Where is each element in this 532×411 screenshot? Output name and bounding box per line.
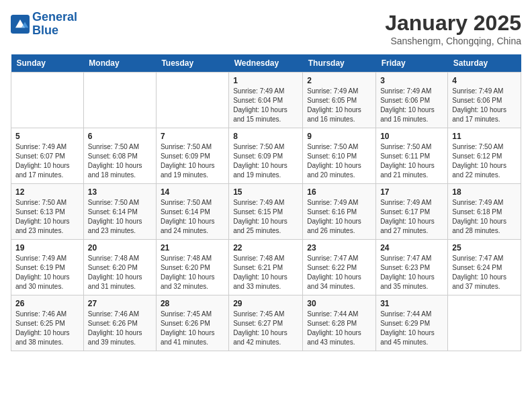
day-info: Sunrise: 7:49 AM Sunset: 6:19 PM Dayligh…	[15, 254, 79, 291]
calendar-cell: 17Sunrise: 7:49 AM Sunset: 6:17 PM Dayli…	[376, 184, 448, 240]
day-number: 6	[88, 132, 152, 141]
day-number: 18	[452, 187, 517, 197]
calendar-cell: 24Sunrise: 7:47 AM Sunset: 6:23 PM Dayli…	[376, 240, 448, 295]
page-header: General Blue January 2025 Sanshengm, Cho…	[11, 11, 521, 46]
day-number: 10	[380, 132, 443, 141]
day-number: 22	[233, 243, 298, 253]
day-of-week-header: Saturday	[448, 54, 521, 73]
day-info: Sunrise: 7:50 AM Sunset: 6:14 PM Dayligh…	[161, 198, 224, 236]
day-info: Sunrise: 7:50 AM Sunset: 6:09 PM Dayligh…	[161, 142, 224, 180]
calendar-week-row: 26Sunrise: 7:46 AM Sunset: 6:25 PM Dayli…	[11, 295, 521, 351]
day-info: Sunrise: 7:49 AM Sunset: 6:05 PM Dayligh…	[307, 87, 371, 124]
calendar-cell: 4Sunrise: 7:49 AM Sunset: 6:06 PM Daylig…	[448, 73, 521, 128]
day-number: 12	[15, 187, 79, 197]
calendar-cell: 7Sunrise: 7:50 AM Sunset: 6:09 PM Daylig…	[156, 128, 228, 184]
day-number: 16	[307, 187, 371, 197]
logo-text: General Blue	[32, 11, 77, 38]
calendar-week-row: 5Sunrise: 7:49 AM Sunset: 6:07 PM Daylig…	[11, 128, 521, 184]
calendar-cell: 22Sunrise: 7:48 AM Sunset: 6:21 PM Dayli…	[229, 240, 303, 295]
day-number: 20	[88, 243, 152, 253]
day-info: Sunrise: 7:47 AM Sunset: 6:24 PM Dayligh…	[452, 254, 517, 291]
calendar-cell: 5Sunrise: 7:49 AM Sunset: 6:07 PM Daylig…	[11, 128, 84, 184]
location-subtitle: Sanshengm, Chongqing, China	[385, 36, 521, 46]
day-info: Sunrise: 7:50 AM Sunset: 6:13 PM Dayligh…	[15, 198, 79, 236]
calendar-cell	[11, 73, 84, 128]
day-info: Sunrise: 7:48 AM Sunset: 6:20 PM Dayligh…	[88, 254, 152, 291]
day-info: Sunrise: 7:45 AM Sunset: 6:27 PM Dayligh…	[233, 310, 298, 347]
calendar-cell: 28Sunrise: 7:45 AM Sunset: 6:26 PM Dayli…	[156, 295, 228, 351]
day-number: 21	[161, 243, 224, 253]
day-number: 11	[452, 132, 517, 141]
day-number: 8	[233, 132, 298, 141]
day-number: 30	[307, 299, 371, 308]
calendar-cell: 6Sunrise: 7:50 AM Sunset: 6:08 PM Daylig…	[83, 128, 156, 184]
day-info: Sunrise: 7:44 AM Sunset: 6:28 PM Dayligh…	[307, 310, 371, 347]
day-info: Sunrise: 7:49 AM Sunset: 6:15 PM Dayligh…	[233, 198, 298, 236]
day-info: Sunrise: 7:47 AM Sunset: 6:23 PM Dayligh…	[380, 254, 443, 291]
day-number: 23	[307, 243, 371, 253]
calendar-cell: 12Sunrise: 7:50 AM Sunset: 6:13 PM Dayli…	[11, 184, 84, 240]
day-info: Sunrise: 7:46 AM Sunset: 6:26 PM Dayligh…	[88, 310, 152, 347]
calendar-cell: 9Sunrise: 7:50 AM Sunset: 6:10 PM Daylig…	[303, 128, 376, 184]
day-number: 15	[233, 187, 298, 197]
calendar-cell: 15Sunrise: 7:49 AM Sunset: 6:15 PM Dayli…	[229, 184, 303, 240]
day-of-week-header: Thursday	[303, 54, 376, 73]
day-info: Sunrise: 7:48 AM Sunset: 6:21 PM Dayligh…	[233, 254, 298, 291]
day-number: 24	[380, 243, 443, 253]
day-number: 7	[161, 132, 224, 141]
calendar-cell: 16Sunrise: 7:49 AM Sunset: 6:16 PM Dayli…	[303, 184, 376, 240]
calendar-header-row: SundayMondayTuesdayWednesdayThursdayFrid…	[11, 54, 521, 73]
logo-line1: General	[32, 10, 77, 24]
calendar-cell: 23Sunrise: 7:47 AM Sunset: 6:22 PM Dayli…	[303, 240, 376, 295]
calendar-cell: 26Sunrise: 7:46 AM Sunset: 6:25 PM Dayli…	[11, 295, 84, 351]
day-info: Sunrise: 7:50 AM Sunset: 6:08 PM Dayligh…	[88, 142, 152, 180]
day-number: 3	[380, 76, 443, 85]
day-of-week-header: Sunday	[11, 54, 84, 73]
calendar-cell	[83, 73, 156, 128]
day-info: Sunrise: 7:50 AM Sunset: 6:12 PM Dayligh…	[452, 142, 517, 180]
calendar-cell: 13Sunrise: 7:50 AM Sunset: 6:14 PM Dayli…	[83, 184, 156, 240]
day-info: Sunrise: 7:49 AM Sunset: 6:07 PM Dayligh…	[15, 142, 79, 180]
day-info: Sunrise: 7:49 AM Sunset: 6:04 PM Dayligh…	[233, 87, 298, 124]
calendar-cell	[156, 73, 228, 128]
calendar-week-row: 19Sunrise: 7:49 AM Sunset: 6:19 PM Dayli…	[11, 240, 521, 295]
calendar-cell: 2Sunrise: 7:49 AM Sunset: 6:05 PM Daylig…	[303, 73, 376, 128]
day-info: Sunrise: 7:49 AM Sunset: 6:16 PM Dayligh…	[307, 198, 371, 236]
calendar-cell: 27Sunrise: 7:46 AM Sunset: 6:26 PM Dayli…	[83, 295, 156, 351]
calendar-cell: 20Sunrise: 7:48 AM Sunset: 6:20 PM Dayli…	[83, 240, 156, 295]
calendar-table: SundayMondayTuesdayWednesdayThursdayFrid…	[11, 54, 521, 351]
day-number: 17	[380, 187, 443, 197]
day-number: 19	[15, 243, 79, 253]
day-number: 27	[88, 299, 152, 308]
day-info: Sunrise: 7:49 AM Sunset: 6:17 PM Dayligh…	[380, 198, 443, 236]
day-number: 13	[88, 187, 152, 197]
calendar-cell: 14Sunrise: 7:50 AM Sunset: 6:14 PM Dayli…	[156, 184, 228, 240]
day-of-week-header: Monday	[83, 54, 156, 73]
day-number: 1	[233, 76, 298, 85]
calendar-cell: 21Sunrise: 7:48 AM Sunset: 6:20 PM Dayli…	[156, 240, 228, 295]
day-number: 28	[161, 299, 224, 308]
calendar-cell	[448, 295, 521, 351]
calendar-cell: 25Sunrise: 7:47 AM Sunset: 6:24 PM Dayli…	[448, 240, 521, 295]
day-number: 5	[15, 132, 79, 141]
day-info: Sunrise: 7:47 AM Sunset: 6:22 PM Dayligh…	[307, 254, 371, 291]
calendar-cell: 8Sunrise: 7:50 AM Sunset: 6:09 PM Daylig…	[229, 128, 303, 184]
calendar-week-row: 12Sunrise: 7:50 AM Sunset: 6:13 PM Dayli…	[11, 184, 521, 240]
day-info: Sunrise: 7:48 AM Sunset: 6:20 PM Dayligh…	[161, 254, 224, 291]
calendar-cell: 11Sunrise: 7:50 AM Sunset: 6:12 PM Dayli…	[448, 128, 521, 184]
day-info: Sunrise: 7:50 AM Sunset: 6:10 PM Dayligh…	[307, 142, 371, 180]
day-number: 29	[233, 299, 298, 308]
day-info: Sunrise: 7:49 AM Sunset: 6:18 PM Dayligh…	[452, 198, 517, 236]
day-number: 2	[307, 76, 371, 85]
calendar-cell: 19Sunrise: 7:49 AM Sunset: 6:19 PM Dayli…	[11, 240, 84, 295]
title-block: January 2025 Sanshengm, Chongqing, China	[385, 11, 521, 46]
calendar-cell: 10Sunrise: 7:50 AM Sunset: 6:11 PM Dayli…	[376, 128, 448, 184]
calendar-cell: 1Sunrise: 7:49 AM Sunset: 6:04 PM Daylig…	[229, 73, 303, 128]
day-number: 31	[380, 299, 443, 308]
calendar-cell: 3Sunrise: 7:49 AM Sunset: 6:06 PM Daylig…	[376, 73, 448, 128]
calendar-cell: 18Sunrise: 7:49 AM Sunset: 6:18 PM Dayli…	[448, 184, 521, 240]
day-info: Sunrise: 7:50 AM Sunset: 6:11 PM Dayligh…	[380, 142, 443, 180]
day-number: 26	[15, 299, 79, 308]
day-info: Sunrise: 7:50 AM Sunset: 6:14 PM Dayligh…	[88, 198, 152, 236]
day-info: Sunrise: 7:46 AM Sunset: 6:25 PM Dayligh…	[15, 310, 79, 347]
